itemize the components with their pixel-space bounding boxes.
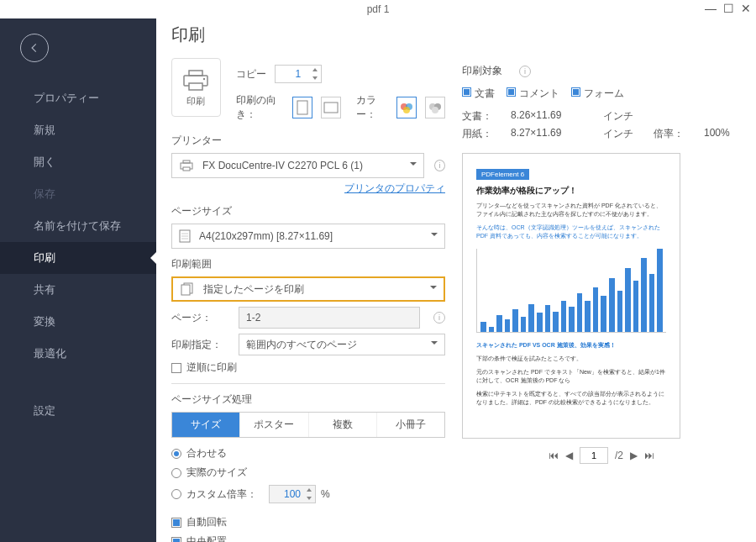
preview-line2: そんな時は、OCR（文字認識処理）ツールを使えば、スキャンされた PDF 資料で… xyxy=(476,224,666,240)
doc-dim-unit: インチ xyxy=(603,109,645,124)
pages-label: ページ： xyxy=(171,311,230,325)
svg-point-3 xyxy=(203,77,205,79)
printer-select[interactable]: FX DocuCentre-IV C2270 PCL 6 (1) xyxy=(171,153,424,178)
pager-total: /2 xyxy=(615,450,623,461)
sidebar-item-open[interactable]: 開く xyxy=(0,146,156,178)
tab-size[interactable]: サイズ xyxy=(172,413,240,437)
target-doc-label: 文書 xyxy=(475,87,495,99)
sizing-section-label: ページサイズ処理 xyxy=(171,392,445,407)
scale-value: 100% xyxy=(704,127,741,141)
fit-radio[interactable] xyxy=(171,449,181,459)
svg-point-11 xyxy=(432,107,438,113)
fit-label: 合わせる xyxy=(186,446,227,460)
info-icon-pages[interactable]: i xyxy=(433,312,445,324)
tab-poster[interactable]: ポスター xyxy=(240,413,308,437)
pager-first[interactable]: ⏮ xyxy=(549,450,559,461)
sidebar-item-convert[interactable]: 変換 xyxy=(0,306,156,338)
subset-select[interactable]: 範囲内のすべてのページ xyxy=(239,334,445,355)
info-icon-target[interactable]: i xyxy=(519,66,531,77)
page-size-section-label: ページサイズ xyxy=(171,204,445,218)
svg-rect-4 xyxy=(297,101,307,114)
pager-next[interactable]: ▶ xyxy=(630,450,638,461)
preview-title: 作業効率が格段にアップ！ xyxy=(476,185,666,197)
target-doc-checkbox[interactable] xyxy=(462,87,471,97)
window-title: pdf 1 xyxy=(367,3,390,15)
svg-rect-1 xyxy=(189,71,202,76)
target-comment-checkbox[interactable] xyxy=(507,87,516,97)
portrait-icon xyxy=(297,100,308,115)
svg-point-8 xyxy=(403,107,410,113)
printer-icon xyxy=(181,68,210,92)
custom-scale-radio[interactable] xyxy=(171,489,181,499)
sidebar: プロパティー 新規 開く 保存 名前を付けて保存 印刷 共有 変換 最適化 設定 xyxy=(0,18,156,542)
preview-subtitle: スキャンされた PDF VS OCR 施策後、効果を実感！ xyxy=(476,341,666,350)
printer-small-icon xyxy=(179,159,194,172)
sidebar-item-new[interactable]: 新規 xyxy=(0,114,156,146)
printer-properties-link[interactable]: プリンタのプロパティ xyxy=(171,182,445,196)
sidebar-item-settings[interactable]: 設定 xyxy=(0,395,156,427)
sidebar-item-share[interactable]: 共有 xyxy=(0,274,156,306)
preview-line1: プリンタ—などを使ってスキャンされた資料が PDF 化されていると、ファイル内に… xyxy=(476,202,666,218)
doc-dim-value: 8.26×11.69 xyxy=(511,109,595,124)
minimize-button[interactable]: — xyxy=(705,2,717,15)
orientation-landscape-button[interactable] xyxy=(321,97,341,118)
pager-prev[interactable]: ◀ xyxy=(565,450,573,461)
back-button[interactable] xyxy=(20,34,49,62)
custom-scale-input[interactable]: 100 xyxy=(269,485,316,503)
printer-section-label: プリンター xyxy=(171,134,445,148)
color-label: カラー： xyxy=(356,93,388,122)
auto-rotate-checkbox[interactable] xyxy=(171,518,181,528)
sidebar-item-properties[interactable]: プロパティー xyxy=(0,82,156,114)
landscape-icon xyxy=(323,102,339,113)
scale-label: 倍率： xyxy=(654,127,696,141)
paper-dim-label: 用紙： xyxy=(462,127,502,141)
preview-line3: 下部の条件で検証を試みたところです。 xyxy=(476,355,666,363)
pages-icon xyxy=(180,282,195,296)
actual-size-label: 実際のサイズ xyxy=(186,466,247,480)
color-button[interactable] xyxy=(396,97,417,118)
preview-line4: 元のスキャンされた PDF でタキスト「New」を検索すると、結果が1件に対して… xyxy=(476,368,666,385)
svg-rect-2 xyxy=(189,83,202,90)
maximize-button[interactable]: ☐ xyxy=(723,2,734,15)
copy-count-input[interactable]: 1 xyxy=(275,65,322,83)
target-form-label: フォーム xyxy=(584,87,624,99)
sidebar-item-print[interactable]: 印刷 xyxy=(0,242,156,274)
subset-label: 印刷指定： xyxy=(171,338,230,352)
page-size-value: A4(210x297mm) [8.27×11.69] xyxy=(199,230,333,242)
preview-line5: 検索に中テキストを既定すると、すべての該当部分が表示されるようになりました。詳細… xyxy=(476,390,666,407)
reverse-order-checkbox[interactable] xyxy=(171,363,181,373)
preview-pager: ⏮ ◀ /2 ▶ ⏭ xyxy=(462,447,741,464)
chevron-left-icon xyxy=(29,42,40,54)
print-range-section-label: 印刷範囲 xyxy=(171,257,445,271)
sidebar-item-save: 保存 xyxy=(0,178,156,210)
actual-size-radio[interactable] xyxy=(171,468,181,478)
pager-last[interactable]: ⏭ xyxy=(644,450,654,461)
print-preview: PDFelement 6 作業効率が格段にアップ！ プリンタ—などを使ってスキャ… xyxy=(462,153,680,439)
pages-input[interactable]: 1-2 xyxy=(239,307,420,329)
copy-label: コピー xyxy=(236,67,266,82)
pager-current-input[interactable] xyxy=(580,447,608,464)
tab-multiple[interactable]: 複数 xyxy=(309,413,377,437)
page-size-select[interactable]: A4(210x297mm) [8.27×11.69] xyxy=(171,224,445,249)
preview-chart xyxy=(476,249,666,333)
svg-rect-5 xyxy=(324,103,338,113)
orientation-portrait-button[interactable] xyxy=(292,97,312,118)
center-checkbox[interactable] xyxy=(171,537,181,543)
sidebar-item-save-as[interactable]: 名前を付けて保存 xyxy=(0,210,156,242)
grayscale-button[interactable] xyxy=(425,97,445,118)
target-form-checkbox[interactable] xyxy=(571,87,580,97)
tab-booklet[interactable]: 小冊子 xyxy=(377,413,444,437)
center-label: 中央配置 xyxy=(186,534,227,542)
orientation-label: 印刷の向き： xyxy=(236,93,284,122)
close-button[interactable]: ✕ xyxy=(741,2,751,15)
sidebar-item-optimize[interactable]: 最適化 xyxy=(0,338,156,370)
print-button[interactable]: 印刷 xyxy=(171,58,221,117)
paper-dim-unit: インチ xyxy=(603,127,645,141)
color-icon xyxy=(399,102,414,113)
info-icon[interactable]: i xyxy=(434,160,445,171)
printer-name: FX DocuCentre-IV C2270 PCL 6 (1) xyxy=(202,160,363,171)
target-comment-label: コメント xyxy=(519,87,559,99)
reverse-order-label: 逆順に印刷 xyxy=(186,360,237,375)
paper-dim-value: 8.27×11.69 xyxy=(511,127,595,141)
print-range-select[interactable]: 指定したページを印刷 xyxy=(171,276,445,302)
